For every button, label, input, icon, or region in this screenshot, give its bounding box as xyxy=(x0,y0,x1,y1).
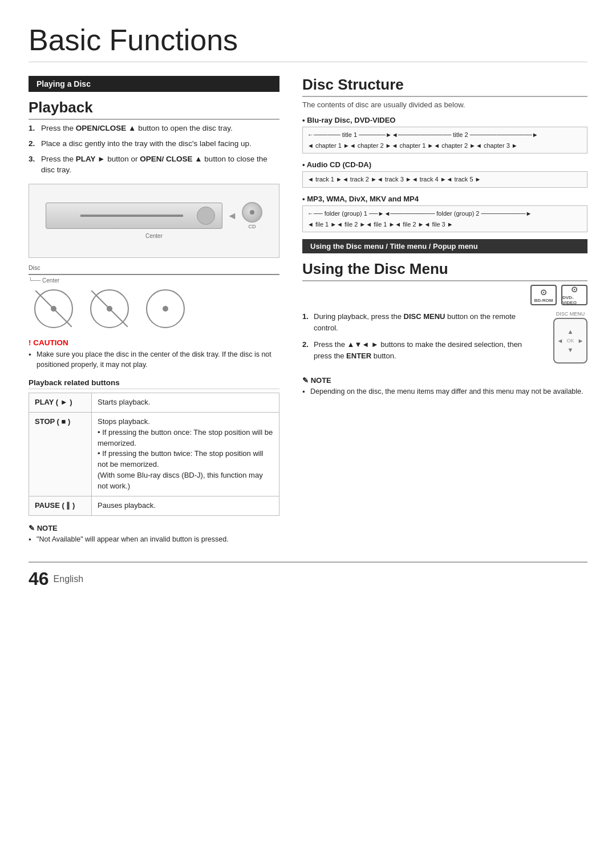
remote-control-image: DISC MENU ▲ ◄ OK ► ▼ xyxy=(553,311,587,364)
stop-button-label: STOP ( ■ ) xyxy=(29,412,92,496)
playback-step-1: 1. Press the OPEN/CLOSE ▲ button to open… xyxy=(29,123,279,134)
disc-track-mp3: ←── folder (group) 1 ──►◄────────── fold… xyxy=(302,205,587,232)
disc-text-label: Disc xyxy=(29,264,40,271)
playback-step-2: 2. Place a disc gently into the tray wit… xyxy=(29,139,279,150)
remote-box: ▲ ◄ OK ► ▼ xyxy=(553,318,587,364)
note-box-left: ✎ NOTE "Not Available" will appear when … xyxy=(29,524,279,545)
note-text-left: "Not Available" will appear when an inva… xyxy=(29,534,279,545)
disc-cd-label: CD xyxy=(248,224,256,229)
table-row-play: PLAY ( ► ) Starts playback. xyxy=(29,393,279,413)
disc-label-area: Disc xyxy=(29,263,279,272)
playback-step-3: 3. Press the PLAY ► button or OPEN/ CLOS… xyxy=(29,154,279,176)
disc-menu-label: DISC MENU xyxy=(553,311,587,317)
no-disc-1 xyxy=(34,289,73,328)
arrow-right-icon: ◄ xyxy=(227,210,237,222)
no-disc-2 xyxy=(90,289,129,328)
disc-type-audiocd: Audio CD (CD-DA) ◄ track 1 ►◄ track 2 ►◄… xyxy=(302,160,587,188)
page-number: 46 xyxy=(29,568,49,589)
disc-type-mp3-label: MP3, WMA, DivX, MKV and MP4 xyxy=(302,195,587,203)
disc-menu-step-2: 2. Press the ▲▼◄ ► buttons to make the d… xyxy=(302,339,540,361)
table-row-stop: STOP ( ■ ) Stops playback. • If pressing… xyxy=(29,412,279,496)
play-description: Starts playback. xyxy=(92,393,279,413)
tray-line xyxy=(29,274,279,275)
playback-buttons-table: PLAY ( ► ) Starts playback. STOP ( ■ ) S… xyxy=(29,393,279,516)
table-row-pause: PAUSE ( ‖ ) Pauses playback. xyxy=(29,496,279,515)
disc-structure-intro: The contents of disc are usually divided… xyxy=(302,100,587,109)
disc-menu-step-1: 1. During playback, press the DISC MENU … xyxy=(302,311,540,333)
center-label-row: └── Center xyxy=(29,277,279,284)
ok-disc-circle xyxy=(146,289,185,328)
page-title: Basic Functions xyxy=(29,23,587,62)
device-top-diagram: ◄ CD Center xyxy=(29,184,279,258)
center-label-top: Center xyxy=(145,233,163,239)
bd-rom-badge: ⊙ BD-ROM xyxy=(530,285,557,305)
caution-box: ! CAUTION Make sure you place the disc i… xyxy=(29,338,279,371)
playback-buttons-title: Playback related buttons xyxy=(29,378,279,389)
right-column: Disc Structure The contents of disc are … xyxy=(302,76,587,544)
play-button-label: PLAY ( ► ) xyxy=(29,393,92,413)
using-disc-menu-title: Using the Disc Menu xyxy=(302,260,587,281)
disc-menu-steps: 1. During playback, press the DISC MENU … xyxy=(302,311,540,361)
disc-menu-steps-area: 1. During playback, press the DISC MENU … xyxy=(302,311,540,367)
disc-small-diagram xyxy=(242,202,262,223)
disc-track-audiocd: ◄ track 1 ►◄ track 2 ►◄ track 3 ►◄ track… xyxy=(302,171,587,188)
device-slot xyxy=(80,215,183,217)
page-footer: 46 English xyxy=(29,562,587,589)
page-language: English xyxy=(54,574,83,584)
disc-type-bluray: Blu-ray Disc, DVD-VIDEO ←────── title 1 … xyxy=(302,116,587,154)
dvd-video-badge: ⊙ DVD-VIDEO xyxy=(561,285,587,305)
disc-menu-content-row: 1. During playback, press the DISC MENU … xyxy=(302,311,587,368)
device-diagram-area: ◄ CD Center Disc xyxy=(29,184,279,333)
note-title-right: ✎ NOTE xyxy=(302,376,587,385)
disc-icons-row: ⊙ BD-ROM ⊙ DVD-VIDEO xyxy=(302,285,587,305)
device-knob xyxy=(197,207,215,225)
pause-button-label: PAUSE ( ‖ ) xyxy=(29,496,92,515)
disc-type-audiocd-label: Audio CD (CD-DA) xyxy=(302,160,587,169)
disc-type-mp3: MP3, WMA, DivX, MKV and MP4 ←── folder (… xyxy=(302,195,587,232)
section-header-playing-disc: Playing a Disc xyxy=(29,76,279,92)
playback-steps-list: 1. Press the OPEN/CLOSE ▲ button to open… xyxy=(29,123,279,176)
stop-description: Stops playback. • If pressing the button… xyxy=(92,412,279,496)
note-box-right: ✎ NOTE Depending on the disc, the menu i… xyxy=(302,376,587,397)
playback-title: Playback xyxy=(29,99,279,120)
disc-type-bluray-label: Blu-ray Disc, DVD-VIDEO xyxy=(302,116,587,124)
note-title-left: ✎ NOTE xyxy=(29,524,279,532)
disc-structure-title: Disc Structure xyxy=(302,76,587,97)
note-text-right: Depending on the disc, the menu items ma… xyxy=(302,386,587,397)
left-column: Playing a Disc Playback 1. Press the OPE… xyxy=(29,76,279,544)
caution-text: Make sure you place the disc in the cent… xyxy=(29,349,279,371)
device-body xyxy=(46,203,222,229)
caution-title: ! CAUTION xyxy=(29,338,279,347)
disc-track-bluray: ←────── title 1 ──────►◄──────────── tit… xyxy=(302,127,587,154)
disc-circles-row xyxy=(29,285,279,333)
disc-menu-header: Using the Disc menu / Title menu / Popup… xyxy=(302,239,587,253)
pause-description: Pauses playback. xyxy=(92,496,279,515)
